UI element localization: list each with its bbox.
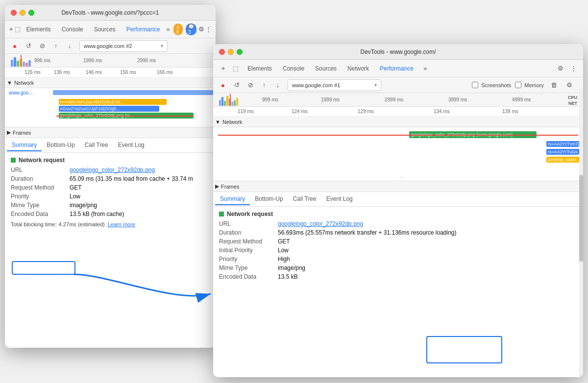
detail-url-value-1[interactable]: googlelogo_color_272x92dp.png [70, 167, 155, 173]
detail-blocking-value-1: 4.27ms (estimated) [59, 221, 105, 227]
network-bar-rs1: rs=AA2YrTvm7jYwbsf0XJQAav [546, 141, 583, 147]
devtools-window-2: DevTools - www.google.com/ ⌖ ⬚ Elements … [213, 44, 583, 377]
detail-method-value-1: GET [70, 184, 82, 191]
settings-icon-1[interactable]: ⚙ [198, 24, 204, 35]
timeline-subticks-1: 126 ms 136 ms 146 ms 156 ms 166 ms [5, 68, 216, 77]
url-dropdown-1[interactable]: ▾ [161, 43, 163, 48]
inspector-icon[interactable]: ⬚ [15, 24, 21, 35]
more-icon-1[interactable]: ⋮ [205, 24, 212, 35]
detail-mime-row-2: Mime Type image/png [219, 264, 577, 271]
tab-performance-2[interactable]: Performance [375, 63, 418, 74]
url-text-1: www.google.com #2 [84, 43, 161, 49]
record-icon-2[interactable]: ● [217, 79, 229, 91]
network-bar-container: googlelogo_color_272x92dp.png (www.googl… [218, 131, 578, 138]
url-bar-1[interactable]: www.google.com #2 ▾ [79, 40, 168, 52]
detail-mime-row-1: Mime Type image/png [11, 202, 210, 209]
detail-title-2: Network request [219, 211, 577, 217]
frames-section-header-2[interactable]: ▶ Frames [213, 181, 583, 192]
detail-initialpriority-value-2: Low [278, 247, 289, 254]
tab-console-1[interactable]: Console [57, 24, 88, 35]
detail-url-label-1: URL [11, 167, 70, 173]
more-tabs-icon[interactable]: » [166, 24, 171, 35]
green-square-icon-2 [219, 212, 224, 216]
cursor-icon-2[interactable]: ⌖ [217, 63, 229, 74]
tab-sources-2[interactable]: Sources [310, 63, 342, 74]
title-bar-2: DevTools - www.google.com/ [213, 44, 583, 60]
cancel-icon-2[interactable]: ⊘ [245, 79, 256, 91]
memory-checkbox[interactable] [515, 82, 521, 88]
screenshots-checkbox-label[interactable]: Screenshots [472, 82, 511, 88]
detail-method-label-1: Request Method [11, 184, 70, 191]
settings-panel-icon-2[interactable]: ⚙ [564, 79, 575, 91]
mini-chart-1 [10, 55, 37, 67]
detail-url-value-2[interactable]: googlelogo_color_272x92dp.png [278, 220, 363, 227]
details-panel-1: Network request URL googlelogo_color_272… [5, 153, 216, 233]
cancel-icon-1[interactable]: ⊘ [36, 40, 48, 52]
detail-initialpriority-row-2: Initial Priority Low [219, 247, 577, 254]
svg-rect-10 [224, 101, 226, 106]
network-section-header-1[interactable]: ▼ Network [5, 77, 216, 88]
maximize-button-1[interactable] [28, 10, 34, 16]
trash-icon-2[interactable]: 🗑 [548, 79, 560, 91]
tick-4999: 4999 ms [512, 97, 531, 102]
url-bar-2[interactable]: www.google.com #1 ▾ [288, 79, 381, 91]
upload-icon-2[interactable]: ↑ [258, 79, 270, 91]
priority-circle-annotation-1 [12, 261, 75, 275]
comment-badge-1: 💬 3 [186, 24, 196, 35]
frames-section-header-1[interactable]: ▶ Frames [5, 127, 216, 138]
close-button-1[interactable] [11, 10, 17, 16]
record-icon-1[interactable]: ● [9, 40, 21, 52]
inspector-icon-2[interactable]: ⬚ [230, 63, 242, 74]
detail-mime-value-2: image/png [278, 264, 305, 271]
screenshots-checkbox[interactable] [472, 82, 478, 88]
detail-mime-label-1: Mime Type [11, 202, 70, 209]
svg-rect-5 [25, 63, 28, 67]
learn-more-link-1[interactable]: Learn more [108, 221, 135, 227]
tab-sources-1[interactable]: Sources [89, 24, 121, 35]
tab-performance-1[interactable]: Performance [122, 24, 165, 35]
close-button-2[interactable] [219, 49, 225, 55]
memory-checkbox-label[interactable]: Memory [515, 82, 544, 88]
frames-label-2: Frames [221, 184, 239, 190]
tab-elements-1[interactable]: Elements [22, 24, 56, 35]
panel-tab-calltree-1[interactable]: Call Tree [80, 140, 113, 151]
settings-icon-2[interactable]: ⚙ [555, 63, 566, 74]
detail-priority-label-2: Priority [219, 256, 278, 263]
tick-3999: 3999 ms [448, 97, 467, 102]
triangle-right-icon: ▶ [7, 129, 11, 136]
minimize-button-2[interactable] [228, 49, 234, 55]
tab-network-2[interactable]: Network [343, 63, 374, 74]
scrollbar-thumb-main-2[interactable] [579, 175, 583, 262]
refresh-icon-2[interactable]: ↺ [231, 79, 243, 91]
network-bar-rs2: rs=AA2YrTuGs_dsg3deeYW [546, 149, 583, 155]
tab-elements-2[interactable]: Elements [243, 63, 277, 74]
panel-tab-summary-1[interactable]: Summary [7, 140, 42, 151]
panel-tab-calltree-2[interactable]: Call Tree [288, 193, 321, 205]
maximize-button-2[interactable] [237, 49, 243, 55]
triangle-down-icon-2: ▼ [215, 119, 220, 125]
network-section-header-2[interactable]: ▼ Network [213, 117, 583, 127]
detail-url-label-2: URL [219, 220, 278, 227]
more-icon-2[interactable]: ⋮ [567, 63, 579, 74]
cursor-icon[interactable]: ⌖ [9, 24, 14, 35]
upload-icon-1[interactable]: ↑ [50, 40, 62, 52]
detail-blocking-label-1: Total blocking time: [11, 221, 57, 227]
panel-tab-summary-2[interactable]: Summary [215, 193, 250, 205]
more-tabs-icon-2[interactable]: » [419, 63, 431, 74]
panel-tab-bottomup-2[interactable]: Bottom-Up [250, 193, 288, 205]
panel-tab-bottomup-1[interactable]: Bottom-Up [42, 140, 79, 151]
panel-tab-eventlog-2[interactable]: Event Log [321, 193, 358, 205]
subtick-126: 126 ms [24, 70, 41, 75]
tick-1996: 1996 ms [83, 58, 102, 63]
detail-priority-row-1: Priority Low [11, 193, 210, 200]
download-icon-2[interactable]: ↓ [272, 79, 284, 91]
panel-tab-eventlog-1[interactable]: Event Log [113, 140, 149, 151]
download-icon-1[interactable]: ↓ [64, 40, 75, 52]
tick-999: 999 ms [262, 97, 278, 102]
tab-console-2[interactable]: Console [278, 63, 309, 74]
minimize-button-1[interactable] [20, 10, 25, 16]
network-label-2: Network [222, 119, 242, 125]
refresh-icon-1[interactable]: ↺ [23, 40, 34, 52]
url-dropdown-2[interactable]: ▾ [374, 82, 377, 88]
detail-initialpriority-label-2: Initial Priority [219, 247, 278, 254]
